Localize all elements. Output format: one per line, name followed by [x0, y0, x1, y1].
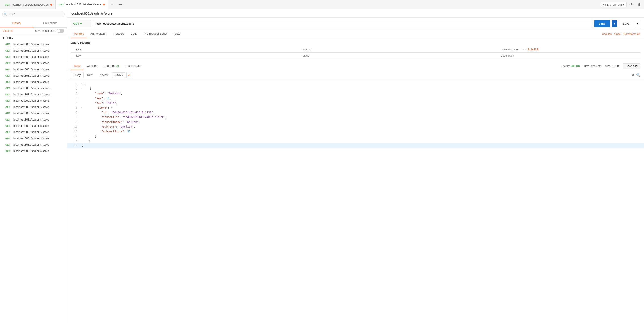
add-tab-button[interactable]: + [109, 1, 115, 8]
status-value: 200 OK [571, 64, 580, 68]
eye-icon-button[interactable]: 👁 [628, 2, 634, 8]
key-col-header: KEY [74, 46, 301, 53]
comments-link[interactable]: Comments (0) [624, 32, 640, 36]
description-input[interactable] [501, 54, 639, 57]
environment-selector[interactable]: No Environment ▾ [600, 2, 626, 8]
resp-tab-cookies[interactable]: Cookies [84, 62, 100, 70]
format-type-select[interactable]: JSON ▾ [112, 72, 126, 78]
table-row: 9 "studentName": "Weison", [67, 120, 644, 124]
request-tabs: Params Authorization Headers Body Pre-re… [67, 30, 644, 38]
collapse-icon[interactable]: ▾ [81, 82, 82, 86]
sidebar-actions: Clear all Save Responses [0, 28, 67, 34]
table-row: 1▾[ [67, 82, 644, 86]
bulk-edit-button[interactable]: Bulk Edit [528, 48, 538, 51]
line-number: 11 [71, 130, 78, 134]
response-status-area: Status: 200 OK Time: 5296 ms Size: 313 B… [562, 64, 640, 69]
code-content: "subject": "English", [82, 125, 135, 129]
list-item[interactable]: GETlocalhost:8081/students/score [0, 116, 67, 123]
tab-authorization[interactable]: Authorization [87, 30, 110, 38]
tab-headers[interactable]: Headers [110, 30, 128, 38]
more-tabs-button[interactable]: ••• [117, 2, 124, 8]
list-item[interactable]: GETlocalhost:8081/students/score [0, 129, 67, 135]
wrap-button[interactable]: ⇌ [126, 72, 132, 78]
time-value: 5296 ms [591, 64, 602, 68]
tab-params[interactable]: Params [71, 30, 87, 38]
code-content: "sex": "Male", [82, 101, 118, 105]
save-responses-toggle-area: Save Responses [35, 29, 64, 33]
tab-body[interactable]: Body [128, 30, 140, 38]
list-item[interactable]: GETlocalhost:8081/students/score [0, 48, 67, 54]
clear-all-button[interactable]: Clear all [3, 29, 12, 32]
method-select[interactable]: GET ▾ [71, 20, 91, 27]
method-label: GET [5, 94, 12, 96]
url-label: localhost:8081/students/scores [14, 93, 50, 96]
settings-icon-button[interactable]: ⚙ [636, 2, 642, 8]
list-item[interactable]: GETlocalhost:8081/students/scores [0, 85, 67, 92]
resp-tab-test-results[interactable]: Test Results [122, 62, 144, 70]
more-icon[interactable]: ••• [523, 48, 526, 51]
resp-tab-headers[interactable]: Headers (3) [100, 62, 122, 70]
list-item[interactable]: GETlocalhost:8081/students/score [0, 110, 67, 116]
sidebar-item-collections[interactable]: Collections [34, 19, 67, 27]
request-tab-right-links: Cookies Code Comments (0) [602, 32, 640, 36]
list-item[interactable]: GETlocalhost:8081/students/score [0, 142, 67, 148]
url-label: localhost:8081/students/score [14, 150, 49, 152]
request-tab-1[interactable]: GET localhost:8081/students/scores [2, 0, 56, 10]
collapse-icon[interactable]: ▾ [81, 87, 82, 90]
url-label: localhost:8081/students/score [14, 137, 49, 140]
search-input[interactable] [2, 11, 65, 17]
list-item[interactable]: GETlocalhost:8081/students/score [0, 123, 67, 129]
cookies-link[interactable]: Cookies [602, 32, 612, 36]
fmt-tab-pretty[interactable]: Pretty [71, 72, 84, 78]
table-row: 11 "subjectScore": 98 [67, 129, 644, 134]
key-input[interactable] [76, 54, 299, 57]
list-item[interactable]: GETlocalhost:8081/students/scores [0, 92, 67, 98]
url-label: localhost:8081/students/score [14, 80, 49, 84]
resp-tab-body[interactable]: Body [71, 62, 84, 70]
method-label: GET [5, 131, 12, 134]
url-label: localhost:8081/students/score [14, 62, 49, 65]
url-input[interactable] [93, 20, 592, 27]
list-item[interactable]: GETlocalhost:8081/students/score [0, 98, 67, 104]
save-dropdown-button[interactable]: ▾ [635, 20, 640, 27]
list-item[interactable]: GETlocalhost:8081/students/score [0, 60, 67, 66]
search-icon-button[interactable]: 🔍 [636, 73, 640, 77]
request-url-bar: localhost:8081/students/score [67, 10, 644, 18]
list-item[interactable]: GETlocalhost:8081/students/score [0, 41, 67, 48]
list-item[interactable]: GETlocalhost:8081/students/score [0, 135, 67, 142]
tab-dot-1 [50, 4, 52, 6]
list-item[interactable]: GETlocalhost:8081/students/score [0, 148, 67, 154]
save-button[interactable]: Save [619, 20, 633, 27]
query-params-section: Query Params KEY VALUE DESCRIPTION ••• B… [67, 38, 644, 62]
table-row: 14] [67, 143, 644, 148]
url-label: localhost:8081/students/score [14, 55, 49, 58]
value-input[interactable] [302, 54, 497, 57]
collapse-icon[interactable]: ▾ [81, 106, 82, 109]
save-responses-label: Save Responses [35, 29, 55, 32]
request-tab-2[interactable]: GET localhost:8081/students/score [56, 0, 108, 10]
fmt-tab-raw[interactable]: Raw [84, 72, 95, 78]
download-button[interactable]: Download [623, 64, 640, 69]
save-responses-toggle[interactable] [57, 29, 64, 33]
method-label: GET [5, 150, 12, 152]
code-link[interactable]: Code [614, 32, 621, 36]
body-format-row: Pretty Raw Preview JSON ▾ ⇌ ⧉ 🔍 [67, 70, 644, 80]
list-item[interactable]: GETlocalhost:8081/students/score [0, 66, 67, 72]
line-number: 10 [71, 125, 78, 129]
fmt-tab-preview[interactable]: Preview [96, 72, 111, 78]
send-dropdown-button[interactable]: ▾ [612, 20, 617, 27]
list-item[interactable]: GETlocalhost:8081/students/score [0, 54, 67, 60]
list-item[interactable]: GETlocalhost:8081/students/score [0, 79, 67, 85]
tab-prerequest[interactable]: Pre-request Script [140, 30, 170, 38]
list-item[interactable]: GETlocalhost:8081/students/score [0, 72, 67, 79]
query-params-title: Query Params [71, 41, 640, 44]
tab-tests[interactable]: Tests [170, 30, 183, 38]
format-right-actions: ⧉ 🔍 [632, 73, 640, 77]
url-label: localhost:8081/students/score [14, 43, 49, 46]
sidebar-item-history[interactable]: History [0, 19, 34, 27]
list-item[interactable]: GETlocalhost:8081/students/score [0, 104, 67, 110]
send-button[interactable]: Send [594, 20, 610, 27]
method-badge-1: GET [5, 3, 10, 6]
table-row: 6▾ "score": { [67, 106, 644, 110]
copy-icon-button[interactable]: ⧉ [632, 73, 634, 77]
